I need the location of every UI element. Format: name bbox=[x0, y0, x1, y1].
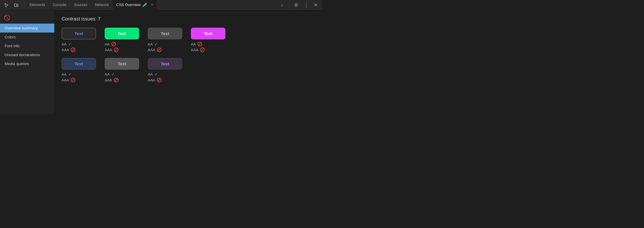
device-toolbar-button[interactable] bbox=[12, 1, 20, 9]
tab-bar-right: » ⚙ ⋮ ✕ bbox=[278, 1, 320, 9]
sidebar-item-unused-declarations[interactable]: Unused declarations bbox=[0, 50, 54, 59]
contrast-card-3: Text AA ✓ AAA bbox=[148, 28, 182, 52]
close-devtools-button[interactable]: ✕ bbox=[312, 1, 320, 9]
rating-col-7: AA ✓ AAA bbox=[148, 72, 182, 82]
aaa-label-2: AAA bbox=[105, 48, 112, 52]
flask-icon: 🧪 bbox=[142, 3, 147, 7]
kebab-menu-button[interactable]: ⋮ bbox=[302, 1, 310, 9]
aa-label-2: AA bbox=[105, 42, 110, 46]
content-area: Contrast issues: 7 Text AA ✓ AAA bbox=[55, 10, 322, 114]
sample-box-3[interactable]: Text bbox=[148, 28, 182, 39]
contrast-card-6: Text AA ✓ AAA bbox=[105, 58, 139, 82]
tab-console[interactable]: Console bbox=[49, 0, 70, 10]
main-layout: 🚫 Overview summary Colors Font info Unus… bbox=[0, 10, 322, 114]
sample-text-5: Text bbox=[74, 61, 83, 66]
rating-aaa-6: AAA bbox=[105, 78, 139, 82]
rating-aa-7: AA ✓ bbox=[148, 72, 182, 77]
no-entry-icon: 🚫 bbox=[2, 13, 12, 22]
sample-text-6: Text bbox=[118, 61, 126, 66]
aaa-label-7: AAA bbox=[148, 78, 155, 82]
tab-sources-label: Sources bbox=[74, 3, 88, 7]
sample-box-5[interactable]: Text bbox=[62, 58, 96, 70]
aa-label-5: AA bbox=[62, 72, 66, 77]
sidebar-item-media-queries-label: Media queries bbox=[5, 62, 29, 66]
aaa-fail-icon-2 bbox=[114, 48, 118, 52]
separator-1 bbox=[24, 2, 24, 9]
separator-2 bbox=[289, 2, 289, 9]
tab-sources[interactable]: Sources bbox=[70, 0, 91, 10]
aaa-label-5: AAA bbox=[62, 78, 69, 82]
contrast-card-7: Text AA ✓ AAA bbox=[148, 58, 182, 82]
sample-box-4[interactable]: Text bbox=[191, 28, 225, 39]
rating-aa-3: AA ✓ bbox=[148, 42, 182, 46]
sample-box-6[interactable]: Text bbox=[105, 58, 139, 70]
contrast-card-5: Text AA ✓ AAA bbox=[62, 58, 96, 82]
rating-aaa-5: AAA bbox=[62, 78, 96, 82]
sample-box-7[interactable]: Text bbox=[148, 58, 182, 70]
aaa-label-6: AAA bbox=[105, 78, 112, 82]
rating-col-3: AA ✓ AAA bbox=[148, 42, 182, 52]
rating-aaa-7: AAA bbox=[148, 78, 182, 82]
rating-col-5: AA ✓ AAA bbox=[62, 72, 96, 82]
aa-pass-icon-3: ✓ bbox=[154, 42, 158, 46]
aaa-fail-icon-3 bbox=[157, 48, 162, 52]
aa-label-6: AA bbox=[105, 72, 110, 77]
rating-aaa-1: AAA bbox=[62, 48, 96, 52]
rating-col-2: AA AAA bbox=[105, 42, 139, 52]
contrast-card-4: Text AA AAA bbox=[191, 28, 225, 52]
sample-text-1: Text bbox=[74, 31, 83, 36]
sidebar-item-colors[interactable]: Colors bbox=[0, 33, 54, 41]
rating-col-6: AA ✓ AAA bbox=[105, 72, 139, 82]
settings-button[interactable]: ⚙ bbox=[292, 1, 300, 9]
sample-text-3: Text bbox=[161, 31, 169, 36]
rating-col-1: AA ✓ AAA bbox=[62, 42, 96, 52]
aa-label-1: AA bbox=[62, 42, 66, 46]
more-tabs-button[interactable]: » bbox=[278, 1, 286, 9]
rating-aaa-2: AAA bbox=[105, 48, 139, 52]
aaa-label-1: AAA bbox=[62, 48, 69, 52]
sidebar-item-overview-summary-label: Overview summary bbox=[5, 26, 38, 30]
contrast-issues-title: Contrast issues: 7 bbox=[62, 16, 315, 22]
aaa-fail-icon-7 bbox=[157, 78, 162, 82]
aaa-label-3: AAA bbox=[148, 48, 155, 52]
svg-rect-1 bbox=[17, 4, 18, 6]
sidebar-item-overview-summary[interactable]: Overview summary bbox=[0, 24, 54, 33]
tab-css-overview[interactable]: CSS Overview 🧪 ✕ bbox=[113, 0, 157, 10]
aa-label-4: AA bbox=[191, 42, 196, 46]
tab-bar: Elements Console Sources Network CSS Ove… bbox=[0, 0, 322, 10]
sample-text-7: Text bbox=[161, 61, 169, 66]
aa-label-3: AA bbox=[148, 42, 153, 46]
rating-aaa-4: AAA bbox=[191, 48, 225, 52]
aa-pass-icon-1: ✓ bbox=[68, 42, 72, 46]
contrast-row-1: Text AA ✓ AAA bbox=[62, 28, 315, 52]
sidebar-item-media-queries[interactable]: Media queries bbox=[0, 59, 54, 68]
tab-css-overview-label: CSS Overview bbox=[116, 3, 141, 7]
sample-box-2[interactable]: Text bbox=[105, 28, 139, 39]
sidebar: 🚫 Overview summary Colors Font info Unus… bbox=[0, 10, 55, 114]
aa-fail-icon-2 bbox=[111, 42, 116, 46]
sample-text-4: Text bbox=[204, 31, 212, 36]
tab-network[interactable]: Network bbox=[92, 0, 112, 10]
contrast-card-2: Text AA AAA bbox=[105, 28, 139, 52]
rating-aaa-3: AAA bbox=[148, 48, 182, 52]
tab-bar-left bbox=[2, 1, 20, 9]
sidebar-item-unused-declarations-label: Unused declarations bbox=[5, 53, 40, 57]
rating-aa-6: AA ✓ bbox=[105, 72, 139, 77]
aa-label-7: AA bbox=[148, 72, 153, 77]
tab-css-overview-close[interactable]: ✕ bbox=[151, 3, 153, 7]
sidebar-item-font-info-label: Font info bbox=[5, 44, 20, 48]
rating-col-4: AA AAA bbox=[191, 42, 225, 52]
aaa-fail-icon-4 bbox=[200, 48, 205, 52]
select-element-button[interactable] bbox=[2, 1, 10, 9]
aaa-label-4: AAA bbox=[191, 48, 198, 52]
tab-elements[interactable]: Elements bbox=[26, 0, 49, 10]
rating-aa-5: AA ✓ bbox=[62, 72, 96, 77]
sidebar-item-colors-label: Colors bbox=[5, 35, 16, 39]
contrast-card-1: Text AA ✓ AAA bbox=[62, 28, 96, 52]
aaa-fail-icon-5 bbox=[71, 78, 75, 82]
svg-rect-0 bbox=[14, 4, 17, 7]
sidebar-item-font-info[interactable]: Font info bbox=[0, 41, 54, 50]
tab-elements-label: Elements bbox=[30, 3, 45, 7]
contrast-grid: Text AA ✓ AAA bbox=[62, 28, 315, 82]
sample-box-1[interactable]: Text bbox=[62, 28, 96, 39]
